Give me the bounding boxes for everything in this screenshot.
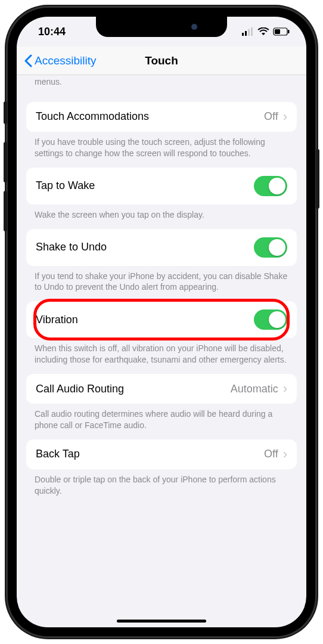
svg-rect-2 xyxy=(248,29,250,36)
vibration-group: Vibration When this switch is off, all v… xyxy=(17,301,306,366)
cell-label: Back Tap xyxy=(36,448,264,460)
tap-to-wake-toggle[interactable] xyxy=(254,176,287,196)
chevron-left-icon xyxy=(24,54,32,67)
cell-value: Off xyxy=(264,110,278,123)
mute-switch xyxy=(4,101,7,124)
vibration-toggle[interactable] xyxy=(254,309,287,330)
cell-value: Off xyxy=(264,448,278,460)
notch xyxy=(96,17,227,37)
back-button[interactable]: Accessibility xyxy=(24,54,96,67)
power-button xyxy=(316,149,319,209)
battery-icon xyxy=(273,27,290,36)
touch-accommodations-group: Touch Accommodations Off › If you have t… xyxy=(17,102,306,159)
screen: 10:44 Accessibility Touch xyxy=(17,17,306,627)
svg-rect-5 xyxy=(275,29,280,34)
call-audio-routing-footer: Call audio routing determines where audi… xyxy=(17,404,306,431)
page-title: Touch xyxy=(145,54,178,67)
back-tap-group: Back Tap Off › Double or triple tap on t… xyxy=(17,439,306,497)
svg-rect-6 xyxy=(288,30,290,33)
wifi-icon xyxy=(257,27,269,36)
cell-label: Call Audio Routing xyxy=(36,383,231,395)
call-audio-routing-group: Call Audio Routing Automatic › Call audi… xyxy=(17,374,306,431)
volume-down-button xyxy=(4,191,7,231)
back-tap-footer: Double or triple tap on the back of your… xyxy=(17,469,306,497)
phone-frame: 10:44 Accessibility Touch xyxy=(6,6,317,638)
vibration-footer: When this switch is off, all vibration o… xyxy=(17,338,306,366)
volume-up-button xyxy=(4,142,7,182)
shake-to-undo-toggle[interactable] xyxy=(254,237,287,258)
home-indicator[interactable] xyxy=(117,620,206,623)
shake-to-undo-cell: Shake to Undo xyxy=(26,229,297,266)
status-time: 10:44 xyxy=(38,26,66,38)
back-tap-cell[interactable]: Back Tap Off › xyxy=(26,439,297,469)
cell-label: Tap to Wake xyxy=(36,179,254,192)
cell-value: Automatic xyxy=(231,383,278,395)
tap-to-wake-group: Tap to Wake Wake the screen when you tap… xyxy=(17,168,306,221)
cell-label: Touch Accommodations xyxy=(36,110,264,123)
svg-rect-3 xyxy=(251,27,253,36)
vibration-cell: Vibration xyxy=(26,301,297,338)
cell-label: Vibration xyxy=(36,314,254,326)
nav-bar: Accessibility Touch xyxy=(17,47,306,75)
tap-to-wake-footer: Wake the screen when you tap on the disp… xyxy=(17,205,306,221)
back-label: Accessibility xyxy=(35,54,96,67)
tap-to-wake-cell: Tap to Wake xyxy=(26,168,297,205)
svg-rect-1 xyxy=(245,31,247,36)
chevron-right-icon: › xyxy=(283,110,287,123)
settings-content[interactable]: menus. Touch Accommodations Off › If you… xyxy=(17,75,306,617)
chevron-right-icon: › xyxy=(283,382,287,395)
shake-to-undo-footer: If you tend to shake your iPhone by acci… xyxy=(17,266,306,293)
cell-label: Shake to Undo xyxy=(36,241,254,253)
chevron-right-icon: › xyxy=(283,448,287,461)
partial-footer-top: menus. xyxy=(17,75,306,94)
touch-accommodations-footer: If you have trouble using the touch scre… xyxy=(17,132,306,159)
svg-rect-0 xyxy=(242,33,244,36)
call-audio-routing-cell[interactable]: Call Audio Routing Automatic › xyxy=(26,374,297,404)
cellular-signal-icon xyxy=(242,27,254,36)
shake-to-undo-group: Shake to Undo If you tend to shake your … xyxy=(17,229,306,293)
touch-accommodations-cell[interactable]: Touch Accommodations Off › xyxy=(26,102,297,132)
